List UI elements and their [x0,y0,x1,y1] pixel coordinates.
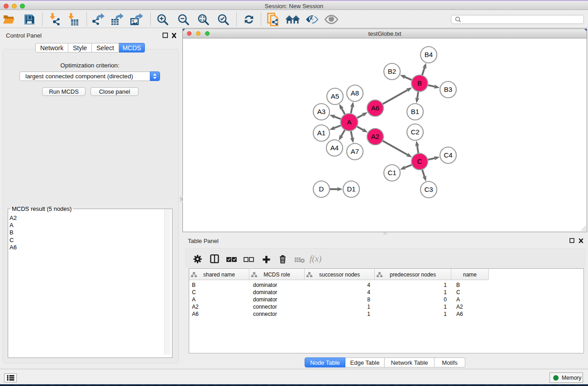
svg-text:D: D [319,185,324,193]
svg-text:A3: A3 [317,108,325,115]
svg-text:A4: A4 [330,144,339,152]
svg-text:A: A [347,118,351,126]
svg-text:A8: A8 [351,89,359,97]
svg-text:C3: C3 [424,186,433,193]
svg-text:B: B [417,79,422,87]
svg-text:C4: C4 [444,151,452,159]
svg-text:B2: B2 [388,67,396,75]
svg-text:C2: C2 [411,128,419,136]
svg-text:A6: A6 [371,104,379,112]
svg-text:C1: C1 [387,169,396,176]
svg-text:C: C [417,157,422,165]
svg-text:B4: B4 [425,51,433,58]
svg-text:B1: B1 [411,108,419,115]
svg-text:A5: A5 [331,92,339,100]
svg-text:B3: B3 [444,86,452,93]
svg-text:A7: A7 [351,148,359,155]
svg-text:A1: A1 [317,129,325,137]
svg-text:A2: A2 [371,133,379,140]
svg-text:D1: D1 [347,185,355,193]
